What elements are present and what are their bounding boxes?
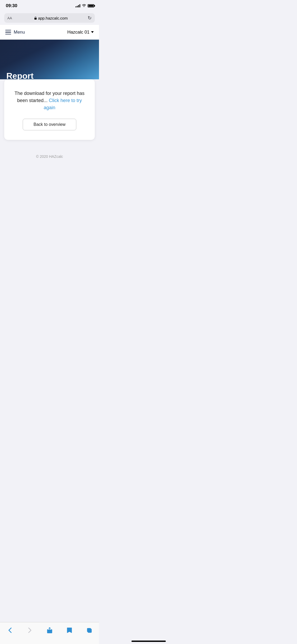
copyright-text: © 2020 HAZcalc: [36, 154, 63, 159]
footer: © 2020 HAZcalc: [0, 148, 99, 163]
browser-bar: AA app.hazcalc.com ↻: [0, 12, 99, 25]
svg-rect-0: [34, 18, 36, 20]
url-area: app.hazcalc.com: [34, 16, 68, 20]
url-text[interactable]: app.hazcalc.com: [38, 16, 68, 20]
report-card: The download for your report has been st…: [4, 79, 95, 140]
content-area: The download for your report has been st…: [0, 79, 99, 148]
chevron-down-icon: [91, 31, 94, 33]
address-left: AA: [7, 16, 12, 20]
wifi-icon: [82, 4, 86, 8]
account-label: Hazcalc 01: [67, 30, 89, 35]
account-button[interactable]: Hazcalc 01: [67, 30, 94, 35]
status-icons: [76, 4, 94, 8]
card-message: The download for your report has been st…: [12, 90, 87, 111]
nav-bar: Menu Hazcalc 01: [0, 25, 99, 40]
lock-icon: [34, 16, 37, 20]
refresh-icon[interactable]: ↻: [88, 15, 92, 21]
hamburger-icon: [5, 30, 11, 35]
menu-label: Menu: [14, 30, 25, 35]
menu-button[interactable]: Menu: [5, 30, 25, 35]
signal-icon: [76, 4, 80, 7]
address-bar[interactable]: AA app.hazcalc.com ↻: [4, 13, 95, 23]
back-to-overview-button[interactable]: Back to overview: [23, 119, 76, 130]
try-again-link[interactable]: Click here to try again: [44, 98, 82, 110]
aa-text[interactable]: AA: [7, 16, 12, 20]
battery-icon: [88, 4, 94, 7]
status-time: 09:30: [6, 3, 17, 8]
status-bar: 09:30: [0, 0, 99, 12]
